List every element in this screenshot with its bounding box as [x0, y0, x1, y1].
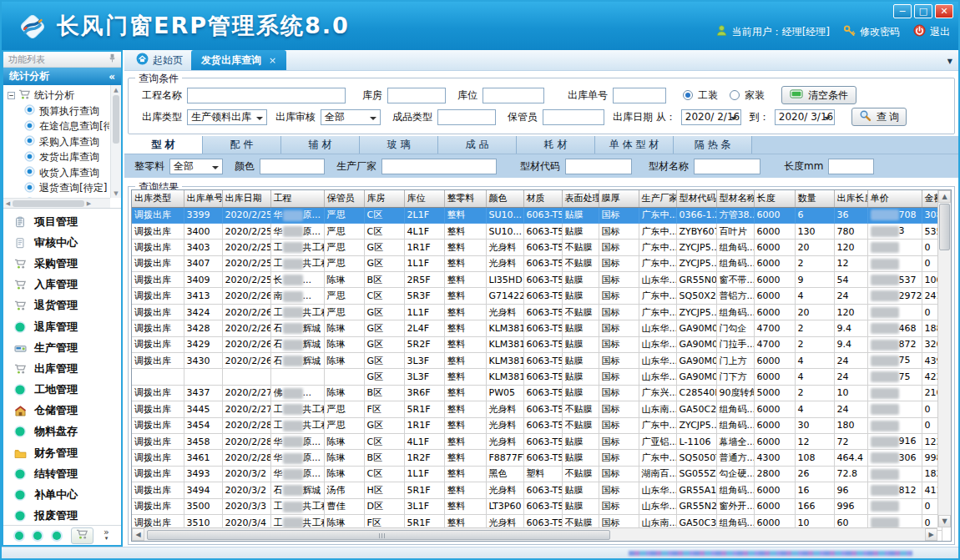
tree-item[interactable]: 退货查询[待定] — [8, 181, 109, 197]
grid-cell[interactable]: KLM3817 — [486, 369, 523, 385]
sidebar-item-报废管理[interactable]: 报废管理 — [3, 506, 121, 525]
scrollbar-thumb[interactable] — [113, 95, 119, 144]
grid-cell[interactable]: 国标 — [599, 288, 639, 304]
grid-cell[interactable]: 3424 — [184, 304, 222, 320]
grid-cell[interactable]: 6063-T5 — [523, 369, 562, 385]
grid-cell[interactable]: 1R1F — [404, 417, 444, 433]
clear-conditions-button[interactable]: 清空条件 — [781, 86, 856, 104]
grid-cell[interactable]: 国标 — [599, 433, 639, 449]
profile-name-input[interactable] — [694, 159, 760, 174]
grid-cell[interactable]: 整料 — [444, 401, 486, 417]
grid-cell[interactable]: 塑料 — [523, 466, 562, 482]
product-type-input[interactable] — [437, 109, 496, 125]
grid-cell[interactable]: 6063-T5 — [523, 482, 562, 498]
grid-cell[interactable]: 6063-T5 — [523, 417, 562, 433]
grid-cell[interactable]: 调拨出库 — [132, 223, 184, 239]
grid-cell[interactable]: 严思 — [324, 288, 364, 304]
grid-cell[interactable]: 广东中... — [639, 223, 676, 239]
grid-cell[interactable]: 1L1F — [404, 304, 444, 320]
scroll-down-icon[interactable]: ▼ — [938, 515, 951, 527]
grid-cell[interactable]: 6063-T5 — [523, 288, 562, 304]
grid-cell[interactable]: 不贴膜 — [562, 255, 599, 271]
tab-home[interactable]: 起始页 — [128, 50, 191, 70]
grid-cell[interactable]: 12 — [795, 433, 834, 449]
grid-cell[interactable]: 6000 — [754, 498, 795, 514]
grid-cell[interactable]: 5R2F — [404, 336, 444, 352]
grid-cell[interactable]: 整料 — [444, 272, 486, 288]
grid-cell[interactable] — [867, 417, 922, 433]
grid-cell[interactable]: 2020/2/26 — [222, 320, 270, 336]
grid-cell[interactable]: 光身料 — [486, 401, 523, 417]
grid-cell[interactable]: 华原... — [270, 466, 324, 482]
grid-cell[interactable]: 工共工程 — [270, 401, 324, 417]
grid-cell[interactable]: 国标 — [599, 223, 639, 239]
grid-cell[interactable]: 国标 — [599, 353, 639, 369]
grid-cell[interactable]: ZYCJP5... — [676, 417, 716, 433]
grid-cell[interactable]: 山东华... — [639, 336, 676, 352]
grid-cell[interactable]: 陈琳 — [324, 336, 364, 352]
table-row[interactable]: 调拨出库34612020/2/28华原...陈琳B区1R2F整料F8877FT6… — [132, 450, 942, 466]
grid-cell[interactable]: 6000 — [754, 288, 795, 304]
grid-cell[interactable]: 整料 — [444, 482, 486, 498]
tab-close-icon[interactable]: × — [269, 55, 276, 66]
grid-cell[interactable]: 山东华... — [639, 369, 676, 385]
grid-cell[interactable]: 3400 — [184, 223, 222, 239]
grid-cell[interactable]: 严思 — [324, 304, 364, 320]
grid-cell[interactable]: 山东华... — [639, 498, 676, 514]
grid-cell[interactable]: 整料 — [444, 336, 486, 352]
grid-cell[interactable]: 工共工程 — [270, 240, 324, 255]
grid-cell[interactable]: PW05 — [486, 385, 523, 401]
material-tab[interactable]: 辅 材 — [281, 136, 360, 154]
grid-cell[interactable]: 幕墙全... — [716, 433, 754, 449]
grid-cell[interactable]: 3428 — [184, 320, 222, 336]
grid-cell[interactable]: C区 — [364, 207, 404, 223]
scroll-down-icon[interactable]: ▼ — [111, 189, 121, 198]
grid-cell[interactable]: 南... — [270, 288, 324, 304]
change-password-link[interactable]: 修改密码 — [843, 24, 900, 39]
grid-cell[interactable]: 贴膜 — [562, 320, 599, 336]
table-row[interactable]: 调拨出库35002020/3/3工共工程曹佳D区3L1F整料LT3P606063… — [132, 498, 942, 514]
grid-cell[interactable]: 3413 — [184, 288, 222, 304]
grid-cell[interactable]: 4L1F — [404, 433, 444, 449]
grid-cell[interactable]: 3 — [867, 223, 922, 239]
table-row[interactable]: 调拨出库34932020/3/2华原...陈琳C区1L1F整料黑色塑料不贴膜国标… — [132, 466, 942, 482]
grid-cell[interactable]: 陈琳 — [324, 466, 364, 482]
quick-dot-icon[interactable] — [33, 532, 42, 540]
grid-cell[interactable]: 1R1F — [404, 240, 444, 255]
grid-cell[interactable]: G71422 — [486, 288, 523, 304]
grid-cell[interactable]: 2020/2/25 — [222, 272, 270, 288]
grid-cell[interactable]: B区 — [364, 272, 404, 288]
grid-cell[interactable]: 光身料 — [486, 304, 523, 320]
grid-cell[interactable]: 调拨出库 — [132, 401, 184, 417]
grid-cell[interactable]: 6063-T5 — [523, 433, 562, 449]
grid-cell[interactable]: GA90M06... — [676, 320, 716, 336]
grid-cell[interactable]: 2800 — [754, 466, 795, 482]
grid-cell[interactable]: KLM3817 — [486, 353, 523, 369]
grid-cell[interactable]: 调拨出库 — [132, 304, 184, 320]
grid-cell[interactable]: 90度转角 — [716, 385, 754, 401]
table-row[interactable]: 调拨出库34032020/2/25工共工程严思G区1R1F整料光身料6063-T… — [132, 240, 942, 255]
grid-cell[interactable]: 3L3F — [404, 353, 444, 369]
grid-cell[interactable]: 1R2F — [404, 450, 444, 466]
grid-cell[interactable]: 108 — [795, 450, 834, 466]
grid-cell[interactable]: 2020/2/25 — [222, 240, 270, 255]
grid-cell[interactable]: 严思 — [324, 401, 364, 417]
grid-cell[interactable]: 调拨出库 — [132, 433, 184, 449]
grid-cell[interactable]: 严思 — [324, 417, 364, 433]
grid-cell[interactable]: 山东华... — [639, 272, 676, 288]
grid-column-header[interactable]: 表面处理 — [562, 190, 599, 207]
grid-cell[interactable]: 贴膜 — [562, 450, 599, 466]
grid-cell[interactable]: 国标 — [599, 466, 639, 482]
outbound-audit-select[interactable]: 全部 — [321, 109, 381, 125]
material-tab[interactable]: 耗 材 — [517, 136, 595, 154]
grid-cell[interactable]: 国标 — [599, 255, 639, 271]
grid-cell[interactable]: 贴膜 — [562, 288, 599, 304]
grid-cell[interactable] — [270, 369, 324, 385]
material-tab[interactable]: 配 件 — [203, 136, 281, 154]
grid-column-header[interactable]: 出库类型 — [132, 190, 184, 207]
grid-cell[interactable]: 国标 — [599, 401, 639, 417]
grid-cell[interactable]: GR55N02 — [676, 272, 716, 288]
grid-cell[interactable]: 调拨出库 — [132, 288, 184, 304]
grid-cell[interactable]: 2L1F — [404, 207, 444, 223]
sidebar-item-财务管理[interactable]: 财务管理 — [3, 442, 121, 463]
